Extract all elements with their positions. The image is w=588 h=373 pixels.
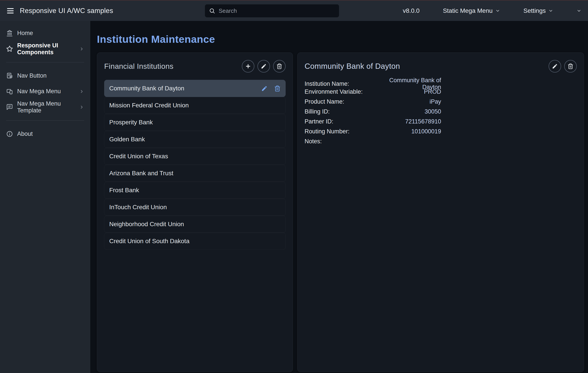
detail-value: 72115678910 <box>377 118 441 125</box>
gear-icon <box>510 7 521 14</box>
detail-value: 30050 <box>377 108 441 115</box>
institution-name: Community Bank of Dayton <box>109 85 184 92</box>
sidebar-item-label: About <box>17 131 33 137</box>
sidebar-item-home[interactable]: Home <box>0 25 90 41</box>
sidebar-item-nav-mega-menu-template[interactable]: Nav Mega Menu Template <box>0 99 90 115</box>
financial-institutions-card: Financial Institutions <box>97 53 293 372</box>
detail-row: Environment Variable: PROD <box>304 87 577 97</box>
detail-card-title: Community Bank of Dayton <box>304 62 400 71</box>
search-box[interactable] <box>205 4 339 17</box>
topbar-right: v8.0.0 Static Mega Menu Settings <box>403 7 581 14</box>
add-institution-button[interactable] <box>242 60 254 73</box>
list-item[interactable]: Frost Bank <box>104 182 286 199</box>
info-icon <box>6 131 13 137</box>
devices-icon <box>6 88 13 95</box>
institution-name: Prosperity Bank <box>109 119 153 126</box>
list-item[interactable]: Credit Union of South Dakota <box>104 232 286 250</box>
settings-label: Settings <box>524 7 546 14</box>
edit-institution-button[interactable] <box>257 60 270 73</box>
topbar: Responsive UI A/WC samples v8.0.0 Static… <box>0 1 588 21</box>
chevron-down-icon <box>495 8 500 13</box>
trash-icon <box>567 63 573 69</box>
detail-value: PROD <box>377 88 441 95</box>
institution-name: Credit Union of Texas <box>109 153 168 160</box>
detail-label: Environment Variable: <box>304 88 377 95</box>
list-item[interactable]: Mission Federal Credit Union <box>104 97 286 114</box>
detail-label: Notes: <box>304 138 377 145</box>
chevron-down-icon <box>548 8 553 13</box>
version-label: v8.0.0 <box>403 7 420 14</box>
search-icon <box>209 8 215 14</box>
sidebar: Home Responsive UI Components Nav Button <box>0 21 90 373</box>
pencil-icon <box>261 63 267 69</box>
pencil-icon <box>261 85 268 92</box>
nav-button-icon <box>6 72 13 79</box>
card-title: Financial Institutions <box>104 62 174 71</box>
institution-detail-card: Community Bank of Dayton Institution Nam… <box>297 53 584 372</box>
delete-institution-button[interactable] <box>273 60 286 73</box>
institution-name: Frost Bank <box>109 187 139 194</box>
list-item-selected[interactable]: Community Bank of Dayton <box>104 80 286 97</box>
detail-fields: Institution Name: Community Bank of Dayt… <box>304 77 577 146</box>
institution-name: Credit Union of South Dakota <box>109 238 189 245</box>
detail-label: Institution Name: <box>304 80 377 87</box>
detail-row: Notes: <box>304 136 577 146</box>
sun-icon <box>563 7 574 14</box>
sidebar-item-label: Nav Mega Menu <box>17 88 61 95</box>
delete-row-button[interactable] <box>274 85 281 92</box>
detail-label: Billing ID: <box>304 108 377 115</box>
message-square-icon <box>6 104 13 110</box>
detail-label: Partner ID: <box>304 118 377 125</box>
app-title: Responsive UI A/WC samples <box>20 7 113 15</box>
star-icon <box>6 45 13 52</box>
mega-menu-icon <box>430 7 440 14</box>
sidebar-item-label: Nav Button <box>17 72 47 79</box>
list-item[interactable]: Golden Bank <box>104 131 286 148</box>
list-item[interactable]: InTouch Credit Union <box>104 199 286 216</box>
list-item[interactable]: Prosperity Bank <box>104 114 286 131</box>
main-content: Institution Maintenance Financial Instit… <box>90 21 588 373</box>
chevron-right-icon <box>79 89 84 94</box>
institution-name: Golden Bank <box>109 136 145 143</box>
chevron-right-icon <box>79 105 84 110</box>
sidebar-item-nav-mega-menu[interactable]: Nav Mega Menu <box>0 84 90 99</box>
sidebar-item-responsive-ui-components[interactable]: Responsive UI Components <box>0 41 90 57</box>
edit-row-button[interactable] <box>261 85 268 92</box>
list-item[interactable]: Neighborhood Credit Union <box>104 216 286 233</box>
pencil-icon <box>552 63 558 69</box>
page-title: Institution Maintenance <box>97 33 584 45</box>
detail-label: Routing Number: <box>304 128 377 135</box>
edit-detail-button[interactable] <box>549 60 561 73</box>
detail-value: iPay <box>377 98 441 105</box>
sidebar-divider <box>6 62 84 62</box>
institution-list: Community Bank of Dayton Mission Federal… <box>104 80 286 250</box>
mega-menu-dropdown[interactable]: Static Mega Menu <box>430 7 500 14</box>
list-item[interactable]: Credit Union of Texas <box>104 148 286 165</box>
detail-row: Partner ID: 72115678910 <box>304 117 577 127</box>
search-input[interactable] <box>218 7 335 15</box>
chevron-right-icon <box>79 46 84 51</box>
sidebar-item-label: Nav Mega Menu Template <box>17 100 75 114</box>
detail-value: 101000019 <box>377 128 441 135</box>
sidebar-item-nav-button[interactable]: Nav Button <box>0 68 90 84</box>
delete-detail-button[interactable] <box>564 60 577 73</box>
theme-dropdown[interactable] <box>563 7 581 14</box>
institution-name: Neighborhood Credit Union <box>109 221 184 228</box>
list-item[interactable]: Arizona Bank and Trust <box>104 165 286 182</box>
settings-dropdown[interactable]: Settings <box>510 7 553 14</box>
chevron-down-icon <box>577 8 581 13</box>
sidebar-item-about[interactable]: About <box>0 126 90 142</box>
detail-label: Product Name: <box>304 98 377 105</box>
trash-icon <box>274 85 281 92</box>
detail-row: Product Name: iPay <box>304 97 577 107</box>
detail-row: Billing ID: 30050 <box>304 107 577 117</box>
trash-icon <box>276 63 282 69</box>
institution-name: Arizona Bank and Trust <box>109 170 173 177</box>
mega-menu-label: Static Mega Menu <box>443 7 493 14</box>
hamburger-menu-icon[interactable] <box>7 7 14 14</box>
sidebar-item-label: Home <box>17 30 33 37</box>
sidebar-divider <box>6 120 84 121</box>
home-icon <box>6 30 13 37</box>
institution-name: Mission Federal Credit Union <box>109 102 189 109</box>
detail-row: Routing Number: 101000019 <box>304 127 577 136</box>
